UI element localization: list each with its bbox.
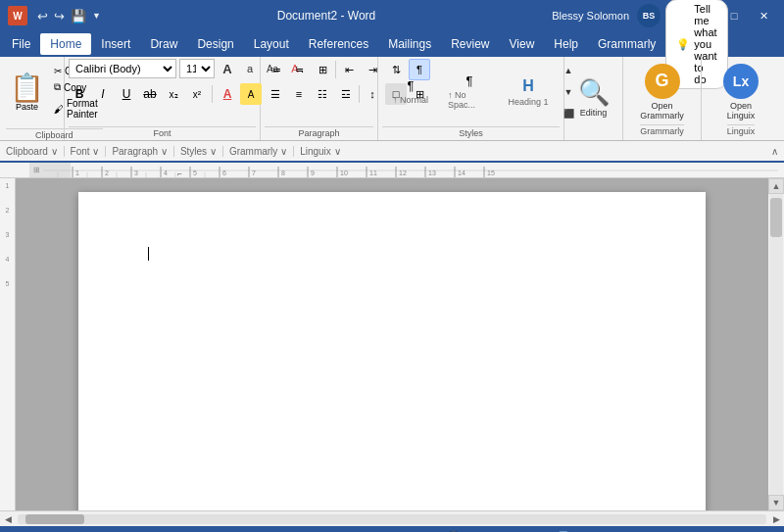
menu-file[interactable]: File <box>2 33 40 55</box>
paragraph-group: ≔ ≒ ⊞ ⇤ ⇥ ⇅ ¶ ☰ ≡ ☷ ☲ ↕ □ ⊞ Paragraph <box>261 57 378 140</box>
editing-button[interactable]: 🔍 Editing <box>572 75 615 120</box>
h-scroll-thumb[interactable] <box>25 514 84 524</box>
paragraph-label: Paragraph <box>265 126 373 138</box>
horizontal-scrollbar[interactable]: ◀ ▶ <box>0 510 784 526</box>
open-grammarly-button[interactable]: G OpenGrammarly <box>638 62 686 122</box>
scroll-right-arrow[interactable]: ▶ <box>768 511 784 527</box>
highlight-color-button[interactable]: A <box>240 83 262 105</box>
paste-button[interactable]: 📋 Paste <box>6 59 48 126</box>
svg-text:9: 9 <box>311 169 315 176</box>
clipboard-group: 📋 Paste ✂Cut ⧉Copy 🖌Format Painter Clipb… <box>4 57 65 140</box>
svg-text:14: 14 <box>458 169 466 176</box>
italic-button[interactable]: I <box>92 83 114 105</box>
font-name-select[interactable]: Calibri (Body) <box>69 59 176 78</box>
menu-references[interactable]: References <box>299 33 378 55</box>
decrease-indent[interactable]: ⇤ <box>338 59 360 80</box>
vertical-scrollbar[interactable]: ▲ ▼ <box>768 178 784 510</box>
menu-mailings[interactable]: Mailings <box>378 33 441 55</box>
numbering-button[interactable]: ≒ <box>288 59 310 80</box>
align-left[interactable]: ☰ <box>265 83 286 105</box>
text-cursor <box>148 247 149 261</box>
scroll-left-arrow[interactable]: ◀ <box>0 511 16 527</box>
superscript-button[interactable]: x² <box>186 83 208 105</box>
vdivider <box>212 85 213 103</box>
menu-design[interactable]: Design <box>187 33 243 55</box>
svg-text:3: 3 <box>134 169 138 176</box>
font-group: Calibri (Body) 11 A a Aa A B I U ab x₂ x… <box>65 57 261 140</box>
main-layout: 1 2 3 4 5 ▲ ▼ <box>0 178 784 510</box>
style-normal[interactable]: ¶ ↑ Normal <box>382 67 439 118</box>
doc-cursor <box>147 247 149 261</box>
svg-text:12: 12 <box>399 169 407 176</box>
multilevel-button[interactable]: ⊞ <box>312 59 333 80</box>
quick-access-dropdown[interactable]: ▼ <box>92 11 101 21</box>
svg-text:5: 5 <box>193 169 197 176</box>
svg-text:⌐: ⌐ <box>177 169 182 178</box>
user-avatar[interactable]: BS <box>637 4 661 27</box>
save-icon[interactable]: 💾 <box>71 9 86 24</box>
text-color-button[interactable]: A <box>217 83 238 105</box>
share-button[interactable]: ⬆ Share <box>734 36 782 53</box>
collapse-ribbon[interactable]: ∧ <box>771 146 778 157</box>
style-nospacing-preview: ¶ <box>466 73 473 89</box>
svg-text:2: 2 <box>105 169 109 176</box>
style-normal-label: ↑ Normal <box>393 95 428 105</box>
word-icon: W <box>8 6 27 25</box>
linguix-group-label: Linguix <box>727 124 756 136</box>
undo-icon[interactable]: ↩ <box>37 9 48 24</box>
style-normal-preview: ¶ <box>408 78 415 94</box>
styles-group: ¶ ↑ Normal ¶ ↑ No Spac... H Heading 1 ▲ … <box>378 57 564 140</box>
bold-button[interactable]: B <box>69 83 90 105</box>
grammarly-group: G OpenGrammarly Grammarly <box>623 57 702 140</box>
strikethrough-button[interactable]: ab <box>139 83 161 105</box>
menu-view[interactable]: View <box>500 33 545 55</box>
share-label: Share <box>750 38 778 50</box>
justify[interactable]: ☲ <box>335 83 357 105</box>
align-center[interactable]: ≡ <box>288 83 310 105</box>
menu-help[interactable]: Help <box>544 33 588 55</box>
vdivider <box>359 85 360 103</box>
ribbon-bottom: Clipboard ∨ Font ∨ Paragraph ∨ Styles ∨ … <box>0 141 784 163</box>
section-font: Font ∨ <box>71 146 107 157</box>
underline-button[interactable]: U <box>116 83 137 105</box>
style-heading1-label: Heading 1 <box>508 97 548 107</box>
font-label: Font <box>69 126 256 138</box>
menu-review[interactable]: Review <box>441 33 499 55</box>
subscript-button[interactable]: x₂ <box>163 83 184 105</box>
svg-text:8: 8 <box>281 169 285 176</box>
style-nospacing[interactable]: ¶ ↑ No Spac... <box>441 67 498 118</box>
menu-draw[interactable]: Draw <box>140 33 187 55</box>
menu-layout[interactable]: Layout <box>244 33 299 55</box>
svg-text:15: 15 <box>487 169 495 176</box>
h-scroll-track[interactable] <box>18 514 766 524</box>
menu-grammarly[interactable]: Grammarly <box>588 33 665 55</box>
font-size-decrease[interactable]: a <box>240 59 260 78</box>
style-heading1-preview: H <box>522 76 534 95</box>
svg-text:11: 11 <box>369 169 377 176</box>
close-button[interactable]: ✕ <box>751 3 776 28</box>
paste-label: Paste <box>16 102 38 112</box>
scroll-track[interactable] <box>769 194 783 495</box>
font-size-increase[interactable]: A <box>218 59 237 78</box>
document-page[interactable] <box>78 192 706 510</box>
scroll-down-arrow[interactable]: ▼ <box>768 495 784 510</box>
share-icon: ⬆ <box>738 38 747 51</box>
align-right[interactable]: ☷ <box>312 83 333 105</box>
font-size-select[interactable]: 11 <box>179 59 215 78</box>
scroll-thumb[interactable] <box>770 198 782 237</box>
bullets-button[interactable]: ≔ <box>265 59 286 80</box>
section-grammarly-bottom: Grammarly ∨ <box>229 146 294 157</box>
grammarly-group-label: Grammarly <box>640 124 684 136</box>
svg-text:7: 7 <box>252 169 256 176</box>
style-nospacing-label: ↑ No Spac... <box>448 90 491 110</box>
paste-icon: 📋 <box>10 74 44 102</box>
menu-home[interactable]: Home <box>40 33 91 55</box>
styles-gallery: ¶ ↑ Normal ¶ ↑ No Spac... H Heading 1 <box>382 67 557 118</box>
document-area[interactable] <box>16 178 768 510</box>
redo-icon[interactable]: ↪ <box>54 9 65 24</box>
open-linguix-button[interactable]: Lx OpenLinguix <box>721 62 760 122</box>
style-heading1[interactable]: H Heading 1 <box>500 67 557 118</box>
scroll-up-arrow[interactable]: ▲ <box>768 178 784 194</box>
menu-insert[interactable]: Insert <box>91 33 140 55</box>
styles-label: Styles <box>382 126 560 138</box>
